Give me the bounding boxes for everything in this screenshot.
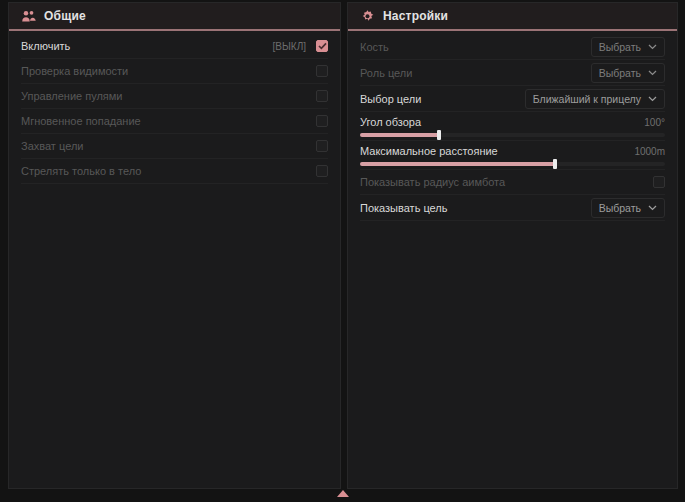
body-only-checkbox[interactable] bbox=[316, 165, 328, 177]
setting-row-target-selection: Выбор цели Ближайший к прицелу bbox=[360, 86, 665, 112]
gear-icon bbox=[360, 9, 375, 24]
panel-general-header: Общие bbox=[9, 3, 340, 29]
slider-fill bbox=[360, 133, 439, 137]
setting-label: Угол обзора bbox=[360, 116, 421, 128]
setting-label: Включить bbox=[21, 40, 70, 52]
max-distance-slider[interactable] bbox=[360, 162, 665, 166]
setting-row-show-radius: Показывать радиус аимбота bbox=[360, 170, 665, 195]
overlay-canvas: Общие Включить [ВЫКЛ] Проверка видимости bbox=[0, 0, 685, 502]
setting-label: Кость bbox=[360, 41, 389, 53]
panel-title: Общие bbox=[44, 9, 86, 23]
slider-head: Максимальное расстояние 1000m bbox=[360, 144, 665, 158]
slider-fill bbox=[360, 162, 555, 166]
chevron-down-icon bbox=[648, 70, 657, 76]
setting-row-max-distance: Максимальное расстояние 1000m bbox=[360, 141, 665, 170]
setting-label: Проверка видимости bbox=[21, 65, 128, 77]
setting-label: Максимальное расстояние bbox=[360, 145, 498, 157]
panel-settings-body: Кость Выбрать Роль цели Выбрать bbox=[348, 31, 677, 221]
setting-row-body-only: Стрелять только в тело bbox=[21, 159, 328, 184]
slider-thumb[interactable] bbox=[437, 130, 441, 140]
setting-row-instant-hit: Мгновенное попадание bbox=[21, 109, 328, 134]
users-icon bbox=[21, 9, 36, 24]
dropdown-value: Ближайший к прицелу bbox=[533, 93, 641, 105]
instant-hit-checkbox[interactable] bbox=[316, 115, 328, 127]
dropdown-value: Выбрать bbox=[599, 67, 641, 79]
setting-row-visibility-check: Проверка видимости bbox=[21, 59, 328, 84]
panel-general: Общие Включить [ВЫКЛ] Проверка видимости bbox=[8, 2, 341, 489]
enable-checkbox[interactable] bbox=[316, 40, 328, 52]
setting-label: Показывать радиус аимбота bbox=[360, 176, 505, 188]
bone-dropdown[interactable]: Выбрать bbox=[591, 37, 665, 57]
chevron-down-icon bbox=[648, 205, 657, 211]
chevron-down-icon bbox=[648, 44, 657, 50]
setting-label: Управление пулями bbox=[21, 90, 123, 102]
bullet-control-checkbox[interactable] bbox=[316, 90, 328, 102]
setting-label: Выбор цели bbox=[360, 93, 421, 105]
setting-label: Стрелять только в тело bbox=[21, 165, 141, 177]
setting-row-show-target: Показывать цель Выбрать bbox=[360, 195, 665, 221]
setting-row-target-role: Роль цели Выбрать bbox=[360, 60, 665, 86]
setting-label: Роль цели bbox=[360, 67, 412, 79]
target-lock-checkbox[interactable] bbox=[316, 140, 328, 152]
setting-row-target-lock: Захват цели bbox=[21, 134, 328, 159]
panel-title: Настройки bbox=[383, 9, 448, 23]
panel-settings: Настройки Кость Выбрать Роль цели Выбрат… bbox=[347, 2, 678, 489]
dropdown-value: Выбрать bbox=[599, 202, 641, 214]
setting-label: Показывать цель bbox=[360, 202, 448, 214]
chevron-down-icon bbox=[648, 96, 657, 102]
check-icon bbox=[318, 42, 327, 50]
show-radius-checkbox[interactable] bbox=[653, 176, 665, 188]
slider-value: 100° bbox=[644, 117, 665, 128]
show-target-dropdown[interactable]: Выбрать bbox=[591, 198, 665, 218]
slider-thumb[interactable] bbox=[553, 159, 557, 169]
slider-head: Угол обзора 100° bbox=[360, 115, 665, 129]
setting-row-bullet-control: Управление пулями bbox=[21, 84, 328, 109]
fov-slider[interactable] bbox=[360, 133, 665, 137]
keybind-state-tag[interactable]: [ВЫКЛ] bbox=[273, 41, 306, 52]
setting-row-enable: Включить [ВЫКЛ] bbox=[21, 34, 328, 59]
setting-label: Захват цели bbox=[21, 140, 83, 152]
setting-row-bone: Кость Выбрать bbox=[360, 34, 665, 60]
setting-row-fov: Угол обзора 100° bbox=[360, 112, 665, 141]
target-selection-dropdown[interactable]: Ближайший к прицелу bbox=[525, 89, 665, 109]
panel-general-body: Включить [ВЫКЛ] Проверка видимости Управ… bbox=[9, 31, 340, 184]
scroll-up-arrow-icon[interactable] bbox=[337, 490, 349, 497]
target-role-dropdown[interactable]: Выбрать bbox=[591, 63, 665, 83]
slider-value: 1000m bbox=[634, 146, 665, 157]
panel-settings-header: Настройки bbox=[348, 3, 677, 29]
visibility-check-checkbox[interactable] bbox=[316, 65, 328, 77]
setting-label: Мгновенное попадание bbox=[21, 115, 141, 127]
dropdown-value: Выбрать bbox=[599, 41, 641, 53]
